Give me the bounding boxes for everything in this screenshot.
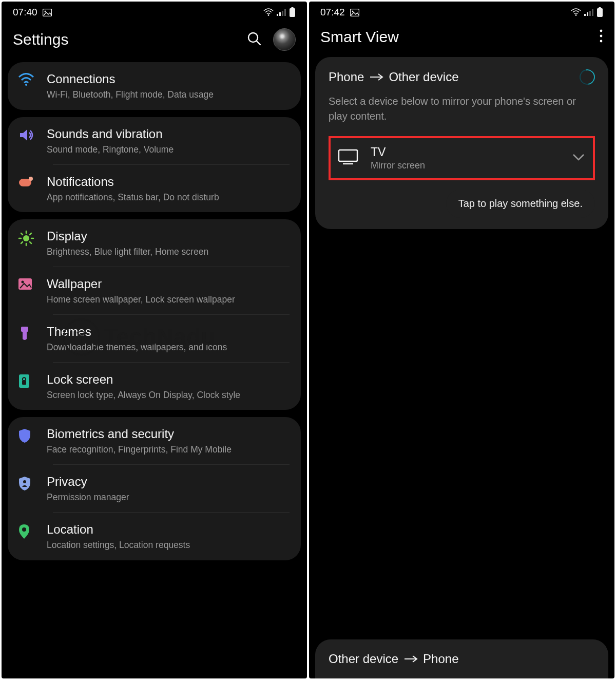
page-title: Smart View [320,28,399,46]
play-something-else-chip[interactable]: Tap to play something else. [446,190,595,218]
search-button[interactable] [246,31,262,48]
item-title: Biometrics and security [47,426,290,442]
svg-rect-38 [592,9,593,16]
battery-icon [596,7,603,17]
settings-item-biometrics[interactable]: Biometrics and security Face recognition… [8,417,301,465]
svg-rect-3 [277,14,278,16]
svg-point-34 [575,14,577,16]
item-title: Notifications [47,174,290,190]
device-sub: Mirror screen [371,160,571,171]
svg-point-2 [268,14,270,16]
device-to-phone-panel[interactable]: Other device Phone [315,639,608,678]
panel-description: Select a device below to mirror your pho… [329,94,595,124]
svg-rect-28 [22,380,26,385]
settings-group: Display Brightness, Blue light filter, H… [8,219,301,410]
page-title: Settings [13,31,68,48]
settings-list[interactable]: Connections Wi-Fi, Bluetooth, Flight mod… [2,62,307,678]
svg-rect-35 [584,14,586,16]
sound-icon [18,126,47,142]
svg-rect-39 [599,7,601,8]
settings-group: Sounds and vibration Sound mode, Rington… [8,117,301,213]
item-title: Privacy [47,474,290,489]
arrow-right-icon [403,652,418,666]
settings-header: Settings [2,21,307,62]
privacy-icon [18,474,47,491]
wifi-icon [18,71,47,86]
item-sub: App notifications, Status bar, Do not di… [47,192,290,203]
gallery-notification-icon [350,9,359,16]
svg-point-41 [600,30,603,32]
wallpaper-icon [18,276,47,290]
item-sub: Permission manager [47,492,290,503]
settings-item-location[interactable]: Location Location settings, Location req… [8,513,301,560]
panel-heading: Phone Other device [329,70,458,84]
panel-heading: Other device Phone [329,652,595,666]
shield-icon [18,426,47,443]
svg-rect-36 [587,12,588,16]
svg-line-10 [257,41,260,45]
item-sub: Home screen wallpaper, Lock screen wallp… [47,294,290,306]
item-sub: Face recognition, Fingerprints, Find My … [47,444,290,456]
device-tv-item[interactable]: TV Mirror screen [329,136,595,180]
svg-line-22 [30,233,31,235]
chevron-down-icon[interactable] [571,153,586,164]
item-sub: Downloadable themes, wallpapers, and ico… [47,342,290,353]
status-time: 07:40 [13,7,37,18]
settings-item-themes[interactable]: Themes Downloadable themes, wallpapers, … [8,315,301,363]
profile-avatar[interactable] [273,28,296,51]
svg-rect-8 [290,8,295,17]
status-bar: 07:42 [309,2,614,21]
settings-item-lockscreen[interactable]: Lock screen Screen lock type, Always On … [8,363,301,410]
item-sub: Screen lock type, Always On Display, Clo… [47,389,290,401]
settings-item-privacy[interactable]: Privacy Permission manager [8,465,301,513]
phone-to-device-panel: Phone Other device Select a device below… [315,57,608,229]
svg-rect-7 [292,7,294,8]
device-title: TV [371,145,571,159]
svg-rect-37 [589,11,591,16]
smartview-content: Phone Other device Select a device below… [309,57,614,678]
phone-right-smartview: 07:42 Smart View [309,2,614,678]
svg-point-24 [22,281,24,284]
svg-rect-26 [23,332,27,339]
svg-point-30 [22,527,26,532]
settings-item-wallpaper[interactable]: Wallpaper Home screen wallpaper, Lock sc… [8,267,301,315]
settings-item-display[interactable]: Display Brightness, Blue light filter, H… [8,219,301,267]
settings-group: Connections Wi-Fi, Bluetooth, Flight mod… [8,62,301,110]
settings-group: Biometrics and security Face recognition… [8,417,301,560]
phone-left-settings: 07:40 Settings [2,2,307,678]
settings-item-notifications[interactable]: Notifications App notifications, Status … [8,165,301,213]
loading-spinner-icon [576,66,598,88]
svg-rect-25 [21,327,28,332]
svg-line-19 [21,233,23,235]
settings-item-sounds[interactable]: Sounds and vibration Sound mode, Rington… [8,117,301,165]
svg-point-29 [23,480,26,483]
item-title: Wallpaper [47,276,290,292]
arrow-right-icon [369,70,383,84]
svg-line-21 [21,242,23,243]
gallery-notification-icon [43,9,52,16]
svg-rect-40 [597,8,603,17]
themes-icon [18,324,47,341]
battery-icon [289,7,296,17]
item-sub: Location settings, Location requests [47,539,290,551]
item-title: Display [47,229,290,244]
more-menu-button[interactable] [599,29,603,45]
signal-icon [584,9,593,16]
item-title: Location [47,522,290,537]
svg-point-43 [600,40,603,43]
notification-icon [18,174,47,188]
item-title: Connections [47,71,290,87]
tv-icon [338,149,371,167]
item-title: Themes [47,324,290,339]
lock-icon [18,372,47,389]
svg-rect-5 [282,11,283,16]
svg-point-1 [44,10,46,12]
svg-point-42 [600,35,603,37]
item-sub: Brightness, Blue light filter, Home scre… [47,246,290,258]
item-title: Sounds and vibration [47,126,290,142]
signal-icon [277,9,286,16]
location-icon [18,522,47,540]
settings-item-connections[interactable]: Connections Wi-Fi, Bluetooth, Flight mod… [8,62,301,110]
smartview-header: Smart View [309,21,614,57]
item-sub: Wi-Fi, Bluetooth, Flight mode, Data usag… [47,89,290,101]
